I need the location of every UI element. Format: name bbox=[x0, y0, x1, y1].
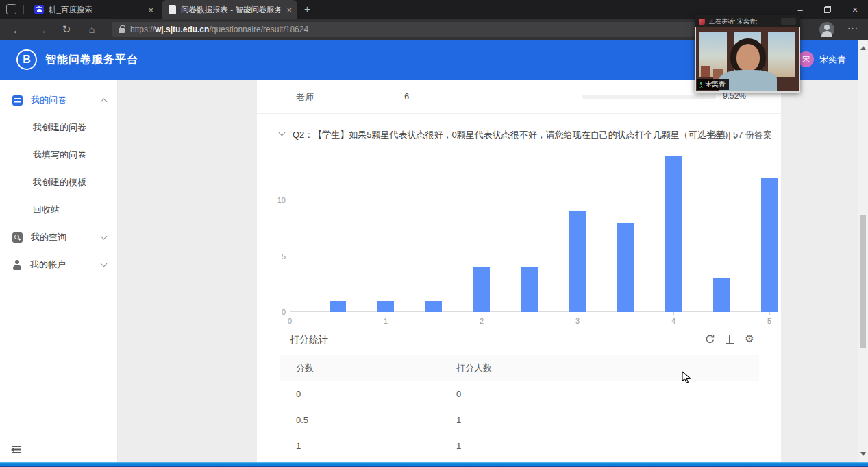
browser-profile-avatar[interactable] bbox=[819, 22, 834, 37]
chart-bar bbox=[665, 156, 682, 312]
stats-title: 打分统计 bbox=[290, 334, 328, 346]
meeting-watermark bbox=[781, 18, 796, 25]
y-axis-label: 5 bbox=[261, 252, 286, 261]
restore-icon bbox=[824, 6, 831, 13]
table-row[interactable]: 0.51 bbox=[280, 407, 759, 433]
forward-icon[interactable]: → bbox=[32, 19, 52, 40]
table-refresh-icon[interactable] bbox=[704, 333, 716, 345]
form-icon bbox=[12, 95, 23, 106]
table-settings-gear-icon[interactable]: ⚙ bbox=[743, 333, 756, 345]
cell-count: 1 bbox=[456, 415, 759, 425]
cell-score: 1 bbox=[280, 441, 456, 451]
user-icon bbox=[12, 260, 22, 270]
y-axis-label: 0 bbox=[261, 308, 286, 316]
home-icon[interactable]: ⌂ bbox=[82, 19, 102, 40]
sidebar-item[interactable]: 我的帐户 bbox=[0, 251, 117, 278]
new-tab-button[interactable]: + bbox=[304, 3, 310, 14]
column-header: 打分人数 bbox=[456, 362, 759, 374]
sidebar-subitem[interactable]: 我创建的问卷 bbox=[0, 114, 117, 141]
tab-questionnaire-report[interactable]: 问卷数据报表 - 智能问卷服务平台 × bbox=[162, 0, 297, 19]
window-pane bbox=[699, 32, 727, 77]
chart-bar bbox=[425, 301, 442, 312]
address-bar[interactable]: https://wj.sjtu.edu.cn/questionnaire/res… bbox=[112, 22, 774, 37]
window-close-button[interactable]: × bbox=[841, 0, 868, 19]
speaker-name-tag: 宋奕青 bbox=[697, 79, 729, 90]
table-row[interactable]: 11 bbox=[280, 433, 759, 459]
cell-score: 0 bbox=[280, 389, 456, 399]
page-scrollbar[interactable] bbox=[858, 40, 868, 462]
x-axis-label: 0 bbox=[288, 317, 292, 325]
y-axis-label: 10 bbox=[261, 196, 286, 204]
question-header[interactable]: Q2：【学生】如果5颗星代表状态很好，0颗星代表状态很不好，请您给现在自己的状态… bbox=[257, 123, 781, 147]
x-axis-label: 2 bbox=[480, 317, 484, 325]
sidebar-subitem[interactable]: 我填写的问卷 bbox=[0, 141, 117, 169]
sidebar-item-label: 我的帐户 bbox=[30, 259, 101, 271]
sidebar: 我的问卷我创建的问卷我填写的问卷我创建的模板回收站我的查询我的帐户 bbox=[0, 80, 118, 462]
chevron-up-icon bbox=[101, 98, 108, 105]
meeting-overlay-titlebar[interactable]: 正在讲话: 宋奕青; bbox=[695, 15, 800, 27]
x-axis-tick bbox=[290, 312, 290, 315]
browser-menu-icon[interactable]: ··· bbox=[847, 23, 858, 33]
microphone-icon bbox=[699, 82, 703, 87]
sidebar-item-label: 我的问卷 bbox=[31, 94, 101, 106]
scrollbar-thumb[interactable] bbox=[860, 215, 866, 348]
sidebar-item[interactable]: 我的问卷 bbox=[0, 86, 117, 114]
tab-baidu-search[interactable]: 耕_百度搜索 × bbox=[27, 0, 159, 19]
sidebar-subitem[interactable]: 回收站 bbox=[0, 196, 117, 224]
question-meta: 必填 | 57 份答案 bbox=[708, 129, 772, 141]
chart-bar bbox=[377, 301, 394, 312]
chart-bar bbox=[569, 211, 586, 312]
tab-close-icon[interactable]: × bbox=[286, 5, 292, 14]
tab-close-icon[interactable]: × bbox=[148, 5, 153, 14]
scrollbar-down-arrow-icon[interactable] bbox=[860, 452, 866, 459]
meeting-video-overlay[interactable]: 正在讲话: 宋奕青; 宋奕青 bbox=[695, 15, 800, 93]
tab-actions-icon[interactable] bbox=[6, 4, 16, 14]
results-card: 老师 6 9.52% Q2：【学生】如果5颗星代表状态很好，0颗星代表状态很不好… bbox=[257, 80, 781, 462]
search-icon bbox=[12, 232, 23, 243]
row-count: 6 bbox=[404, 91, 409, 101]
window-restore-button[interactable] bbox=[814, 0, 841, 19]
tab-title: 耕_百度搜索 bbox=[49, 5, 143, 15]
x-axis-tick bbox=[482, 312, 482, 315]
scrollbar-up-arrow-icon[interactable] bbox=[860, 43, 866, 50]
row-progress-track bbox=[582, 95, 716, 99]
sidebar-collapse-icon[interactable] bbox=[10, 445, 21, 454]
speaking-status-label: 正在讲话: 宋奕青; bbox=[709, 17, 758, 26]
chart-bar bbox=[330, 301, 346, 312]
stats-header: 打分统计 ⚙ bbox=[257, 330, 781, 350]
collapse-chevron-icon[interactable] bbox=[279, 130, 286, 136]
gridline bbox=[290, 200, 769, 200]
tab-separator bbox=[23, 5, 24, 14]
chart-plot: 0510012345 bbox=[290, 154, 769, 312]
baidu-favicon-icon bbox=[34, 5, 44, 14]
x-axis-label: 1 bbox=[384, 317, 388, 325]
platform-logo-icon: B bbox=[16, 49, 37, 70]
user-chip[interactable]: 宋 宋奕青 bbox=[798, 51, 846, 67]
x-axis-tick bbox=[673, 312, 674, 315]
webcam-video: 宋奕青 bbox=[695, 27, 800, 93]
row-percent: 9.52% bbox=[723, 91, 746, 101]
x-axis-tick bbox=[578, 312, 578, 315]
column-header: 分数 bbox=[280, 362, 456, 374]
refresh-icon[interactable]: ↻ bbox=[56, 19, 77, 40]
taskbar-edge bbox=[0, 462, 868, 467]
sidebar-menu: 我的问卷我创建的问卷我填写的问卷我创建的模板回收站我的查询我的帐户 bbox=[0, 80, 117, 278]
screen: 耕_百度搜索 × 问卷数据报表 - 智能问卷服务平台 × + – × ← → ↻… bbox=[0, 0, 868, 467]
document-favicon-icon bbox=[169, 5, 176, 14]
cell-score: 0.5 bbox=[280, 415, 456, 425]
cell-count: 1 bbox=[456, 441, 759, 451]
row-label: 老师 bbox=[296, 91, 314, 104]
sidebar-item[interactable]: 我的查询 bbox=[0, 224, 117, 251]
gridline bbox=[290, 256, 769, 256]
x-axis-label: 4 bbox=[671, 317, 675, 325]
sidebar-subitem[interactable]: 我创建的模板 bbox=[0, 169, 117, 196]
back-icon[interactable]: ← bbox=[7, 19, 27, 40]
table-density-icon[interactable] bbox=[723, 333, 736, 345]
chart-bar bbox=[473, 267, 490, 312]
user-avatar: 宋 bbox=[798, 51, 814, 67]
cell-count: 0 bbox=[456, 389, 759, 399]
window-pane bbox=[768, 32, 795, 77]
rating-chart: 0510012345 bbox=[257, 147, 781, 326]
tab-title: 问卷数据报表 - 智能问卷服务平台 bbox=[181, 5, 282, 15]
chart-bar bbox=[521, 267, 538, 312]
